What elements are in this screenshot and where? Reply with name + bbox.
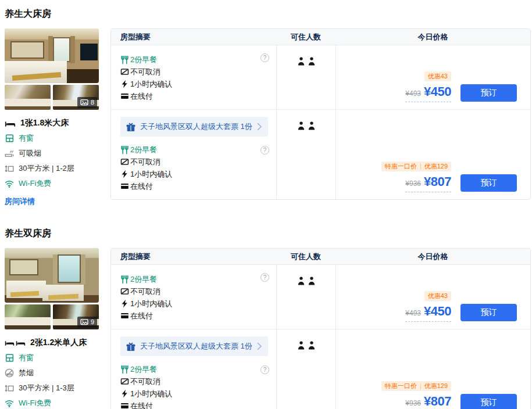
window-icon (5, 134, 14, 143)
amenity-label: 1小时内确认 (130, 79, 172, 89)
package-banner[interactable]: 天子地风景区双人超级大套票 1份 (120, 336, 268, 356)
rate-row: 天子地风景区双人超级大套票 1份 2份早餐 不可取消 (111, 109, 530, 199)
breakfast-icon (120, 55, 130, 64)
room-type-section-twin: 养生双床房 (5, 224, 531, 409)
photo-curtain (48, 36, 53, 63)
photo-curtain (81, 254, 85, 284)
price-cell: 优惠43 ¥493 ¥450 预订 (335, 265, 530, 329)
header-occupancy: 可住人数 (276, 32, 335, 42)
smoking-allowed-icon (5, 149, 14, 158)
discount-badges: 特惠一口价 优惠129 (381, 162, 451, 171)
gift-icon (126, 342, 135, 351)
photo-count-badge[interactable]: 8 (77, 97, 97, 108)
amenity-confirm: 1小时内确认 (120, 78, 268, 90)
attr-label: 有窗 (19, 133, 34, 143)
price-line: ¥936 ¥807 (405, 174, 451, 192)
bed-icon (16, 339, 26, 346)
photo-count: 9 (91, 319, 94, 325)
photo-curtain (53, 254, 58, 284)
rate-table: 房型摘要 可住人数 今日价格 2份早餐 不可取消 (110, 28, 531, 200)
book-button[interactable]: 预订 (460, 304, 517, 321)
book-button[interactable]: 预订 (460, 174, 517, 192)
package-banner[interactable]: 天子地风景区双人超级大套票 1份 (120, 117, 268, 137)
person-icon (308, 57, 315, 66)
photo-thumbnails: 8 (5, 85, 99, 110)
bed-icons (5, 120, 16, 127)
breakfast-icon (120, 275, 130, 284)
no-cancel-icon (120, 67, 130, 76)
room-photo-main[interactable] (5, 28, 99, 83)
person-icon (298, 57, 305, 66)
rate-row: 2份早餐 不可取消 1小时内确认 在线付 (111, 45, 530, 109)
room-photo-main[interactable] (5, 248, 99, 303)
amenity-cancel: 不可取消 (120, 156, 268, 168)
photo-window (58, 254, 81, 283)
photo-furniture (67, 69, 99, 83)
attr-label: Wi-Fi免费 (19, 398, 51, 408)
bed-label: 2张1.2米单人床 (30, 338, 87, 348)
photo-icon (80, 99, 88, 106)
price-line: ¥493 ¥450 (405, 304, 451, 322)
current-price: ¥807 (424, 394, 451, 409)
amenity-breakfast: 2份早餐 (120, 363, 268, 375)
section-body: 8 1张1.8米大床 有窗 可吸烟 (5, 28, 531, 207)
occupancy-cell (276, 329, 335, 409)
card-icon (120, 92, 130, 101)
amenity-confirm: 1小时内确认 (120, 297, 268, 310)
attr-label: Wi-Fi免费 (19, 178, 51, 189)
room-photo-thumb-1[interactable] (5, 85, 51, 110)
badge-divider (420, 164, 421, 170)
attr-window: 有窗 (5, 133, 99, 143)
breakfast-info-icon[interactable]: ? (260, 365, 269, 374)
price-cell: 特惠一口价 优惠129 ¥936 ¥807 预订 (335, 329, 530, 409)
photo-thumbnails: 9 (5, 304, 99, 329)
photo-wall-art (10, 41, 44, 59)
lightning-icon (120, 299, 130, 308)
photo-icon (80, 318, 88, 326)
bed-icon (5, 339, 15, 346)
breakfast-info-icon[interactable]: ? (260, 146, 269, 155)
card-icon (120, 401, 130, 409)
header-price: 今日价格 (335, 32, 530, 42)
amenity-payment: 在线付 (120, 400, 268, 409)
package-label: 天子地风景区双人超级大套票 1份 (140, 341, 257, 351)
bed-info: 2张1.2米单人床 (5, 338, 99, 348)
lightning-icon (120, 170, 130, 178)
amenity-label: 不可取消 (130, 67, 160, 77)
breakfast-info-icon[interactable]: ? (260, 273, 269, 282)
amenity-label: 2份早餐 (130, 55, 157, 65)
no-cancel-icon (120, 157, 130, 166)
price-line: ¥493 ¥450 (405, 84, 451, 102)
original-price: ¥936 (405, 180, 421, 188)
lightning-icon (120, 389, 130, 398)
person-icon (308, 341, 315, 350)
room-details-link[interactable]: 房间详情 (5, 196, 99, 207)
photo-count-badge[interactable]: 9 (77, 317, 97, 328)
amenity-label: 不可取消 (130, 376, 160, 387)
amenity-payment: 在线付 (120, 180, 268, 192)
current-price: ¥450 (424, 84, 451, 99)
room-list-page: 养生大床房 (0, 0, 532, 409)
person-icon (308, 277, 315, 285)
bed-label: 1张1.8米大床 (20, 118, 69, 128)
person-icon (298, 341, 305, 350)
room-photo-thumb-2[interactable]: 9 (53, 304, 99, 329)
room-photo-thumb-1[interactable] (5, 304, 51, 329)
room-photo-thumb-2[interactable]: 8 (53, 85, 99, 110)
room-type-title: 养生双床房 (5, 224, 531, 240)
discount-badge-label: 优惠129 (424, 383, 448, 389)
gift-icon (126, 123, 135, 131)
person-icon (298, 121, 305, 130)
original-price: ¥493 (405, 89, 421, 98)
breakfast-info-icon[interactable]: ? (260, 53, 269, 62)
price-group: 优惠43 ¥493 ¥450 (405, 71, 451, 102)
photo-count: 8 (91, 99, 94, 106)
price-cell: 优惠43 ¥493 ¥450 预订 (335, 45, 530, 109)
price-group: 特惠一口价 优惠129 ¥936 ¥807 (381, 162, 451, 192)
book-button[interactable]: 预订 (460, 84, 517, 102)
attr-label: 30平方米 | 1-2层 (19, 163, 74, 174)
amenity-label: 1小时内确认 (130, 169, 172, 180)
book-button[interactable]: 预订 (460, 394, 517, 409)
lightning-icon (120, 80, 130, 88)
amenity-payment: 在线付 (120, 90, 268, 102)
